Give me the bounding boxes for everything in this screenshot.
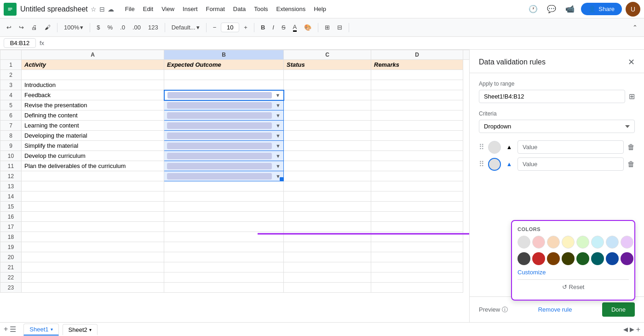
menu-format[interactable]: Format (202, 4, 229, 14)
row-header-7[interactable]: 7 (0, 121, 22, 131)
sheet-tab-1[interactable]: Sheet1 ▾ (23, 324, 58, 336)
cell-18-c[interactable] (284, 232, 371, 242)
add-sheet-right[interactable]: + (636, 325, 640, 334)
row-header-13[interactable]: 13 (0, 181, 22, 191)
row-header-3[interactable]: 3 (0, 80, 22, 90)
cell-22-a[interactable] (22, 272, 164, 283)
sidebar-close-button[interactable]: ✕ (628, 57, 635, 67)
cell-1-d[interactable]: Remarks (371, 60, 463, 70)
cell-16-d[interactable] (371, 212, 463, 222)
col-header-a[interactable]: A (22, 50, 164, 60)
italic-button[interactable]: I (270, 22, 277, 33)
cell-13-c[interactable] (284, 181, 371, 191)
cell-1-a[interactable]: Activity (22, 60, 164, 70)
dark-color-swatch-6[interactable] (606, 252, 619, 265)
sheet-tab-2[interactable]: Sheet2 ▾ (63, 324, 98, 335)
undo-button[interactable]: ↩ (4, 22, 14, 33)
cell-22-b[interactable] (164, 272, 284, 283)
cell-11-c[interactable] (284, 161, 371, 171)
light-color-swatch-2[interactable] (547, 236, 560, 249)
cell-7-a[interactable]: Learning the content (22, 121, 164, 131)
cell-19-d[interactable] (371, 242, 463, 252)
row-header-9[interactable]: 9 (0, 141, 22, 151)
star-icon[interactable]: ☆ (91, 6, 97, 13)
color-circle-1[interactable] (488, 141, 501, 154)
cell-18-a[interactable] (22, 232, 164, 242)
dark-color-swatch-1[interactable] (532, 252, 545, 265)
font-size-dec[interactable]: − (210, 22, 219, 33)
percent-button[interactable]: % (104, 22, 115, 33)
cell-19-c[interactable] (284, 242, 371, 252)
col-header-b[interactable]: B (164, 50, 284, 60)
cell-6-c[interactable] (284, 110, 371, 121)
cell-8-d[interactable] (371, 131, 463, 141)
dark-color-swatch-4[interactable] (576, 252, 589, 265)
row-header-22[interactable]: 22 (0, 272, 22, 283)
cell-21-a[interactable] (22, 262, 164, 272)
row-header-11[interactable]: 11 (0, 161, 22, 171)
row-header-18[interactable]: 18 (0, 232, 22, 242)
cell-20-c[interactable] (284, 252, 371, 262)
cell-15-d[interactable] (371, 202, 463, 212)
font-size-inc[interactable]: + (241, 22, 250, 33)
menu-extensions[interactable]: Extensions (273, 4, 310, 14)
cell-12-a[interactable] (22, 171, 164, 181)
light-color-swatch-4[interactable] (576, 236, 589, 249)
cell-11-d[interactable] (371, 161, 463, 171)
menu-edit[interactable]: Edit (139, 4, 157, 14)
light-color-swatch-0[interactable] (518, 236, 530, 249)
cell-3-a[interactable]: Introduction (22, 80, 164, 90)
cell-18-d[interactable] (371, 232, 463, 242)
cell-10-b[interactable]: ▼ (164, 151, 284, 161)
share-button[interactable]: 👤 Share (581, 3, 622, 15)
cell-23-b[interactable] (164, 283, 284, 293)
all-sheets-icon[interactable]: ☰ (10, 325, 16, 334)
format-num-button[interactable]: 123 (145, 22, 161, 33)
cell-16-a[interactable] (22, 212, 164, 222)
cell-23-d[interactable] (371, 283, 463, 293)
menu-view[interactable]: View (158, 4, 178, 14)
delete-row-2[interactable]: 🗑 (627, 160, 635, 168)
cell-reference-input[interactable] (4, 38, 36, 48)
cell-7-c[interactable] (284, 121, 371, 131)
cell-7-b[interactable]: ▼ (164, 121, 284, 131)
cell-9-a[interactable]: Simplify the material (22, 141, 164, 151)
range-input[interactable] (479, 90, 625, 103)
cell-3-d[interactable] (371, 80, 463, 90)
color-circle-2[interactable] (488, 158, 501, 171)
resize-handle[interactable] (280, 177, 283, 181)
redo-button[interactable]: ↪ (16, 22, 27, 33)
cell-10-d[interactable] (371, 151, 463, 161)
cell-5-a[interactable]: Revise the presentation (22, 100, 164, 110)
cell-13-b[interactable] (164, 181, 284, 191)
range-grid-icon[interactable]: ⊞ (629, 92, 635, 101)
col-header-c[interactable]: C (284, 50, 371, 60)
criteria-select[interactable]: Dropdown Checkbox Number Text Date Custo… (479, 120, 635, 133)
cell-14-c[interactable] (284, 191, 371, 202)
cell-11-b[interactable]: ▼ (164, 161, 284, 171)
cell-3-c[interactable] (284, 80, 371, 90)
cell-2-b[interactable] (164, 70, 284, 80)
row-header-17[interactable]: 17 (0, 222, 22, 232)
font-select[interactable]: Default... ▾ (169, 22, 202, 33)
cell-2-c[interactable] (284, 70, 371, 80)
scroll-right[interactable]: ▶ (630, 326, 634, 333)
row-header-5[interactable]: 5 (0, 100, 22, 110)
cell-9-d[interactable] (371, 141, 463, 151)
menu-help[interactable]: Help (310, 4, 330, 14)
print-button[interactable]: 🖨 (29, 22, 40, 33)
cell-14-a[interactable] (22, 191, 164, 202)
cell-12-c[interactable] (284, 171, 371, 181)
light-color-swatch-7[interactable] (621, 236, 633, 249)
cell-13-a[interactable] (22, 181, 164, 191)
dec-inc-button[interactable]: .0 (117, 22, 128, 33)
menu-data[interactable]: Data (230, 4, 249, 14)
row-header-14[interactable]: 14 (0, 191, 22, 202)
cell-21-b[interactable] (164, 262, 284, 272)
cell-15-b[interactable] (164, 202, 284, 212)
row-header-16[interactable]: 16 (0, 212, 22, 222)
cell-16-c[interactable] (284, 212, 371, 222)
cell-3-b[interactable] (164, 80, 284, 90)
cell-17-a[interactable] (22, 222, 164, 232)
merge-cells-button[interactable]: ⊟ (334, 22, 345, 33)
